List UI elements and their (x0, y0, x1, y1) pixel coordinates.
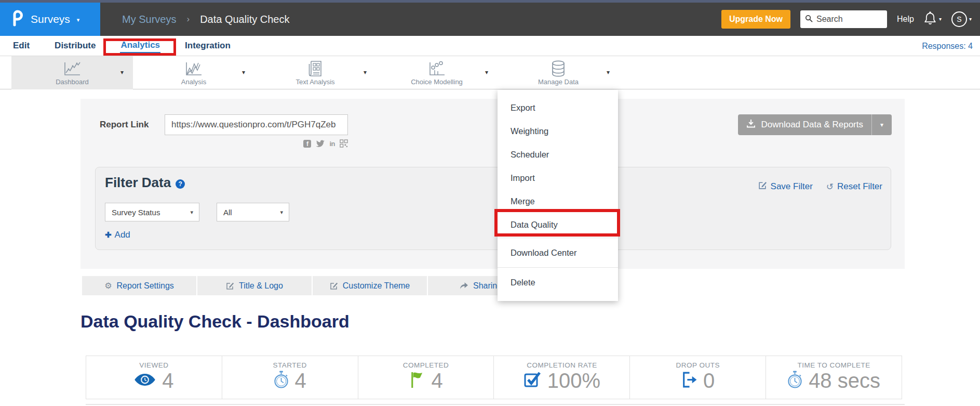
help-icon[interactable]: ? (176, 179, 185, 189)
responses-count: Responses: 4 (922, 42, 973, 51)
stat-value: 4 (431, 370, 442, 391)
twitter-icon[interactable] (316, 140, 325, 148)
toolbar-tab-dashboard[interactable]: Dashboard ▾ (11, 56, 133, 89)
linkedin-icon[interactable]: in (329, 140, 335, 148)
toolbar-tab-manage-data[interactable]: Manage Data ▾ (498, 56, 619, 89)
breadcrumb-separator: › (186, 14, 190, 24)
account-menu-button[interactable]: S ▾ (951, 11, 972, 27)
qr-code-icon[interactable] (340, 139, 348, 148)
filter-field-select[interactable]: Survey Status ▾ (105, 203, 199, 221)
toolbar-tab-label: Dashboard (56, 78, 89, 86)
stat-value: 0 (703, 370, 715, 391)
stopwatch-icon (274, 371, 289, 391)
stat-label: TIME TO COMPLETE (797, 361, 870, 369)
chevron-down-icon: ▾ (190, 209, 193, 216)
reset-filter-button[interactable]: ↺ Reset Filter (826, 181, 882, 192)
stopwatch-icon (787, 371, 802, 391)
chevron-down-icon: ▾ (939, 17, 942, 22)
bell-icon (924, 11, 936, 28)
report-link-label: Report Link (100, 120, 149, 130)
menu-item-download-center[interactable]: Download Center (498, 239, 618, 266)
edit-icon (330, 282, 338, 290)
add-filter-label: Add (115, 230, 130, 240)
stat-label: STARTED (273, 361, 307, 369)
toolbar-tab-choice-modelling[interactable]: Choice Modelling ▾ (376, 56, 498, 89)
facebook-icon[interactable]: f (303, 140, 311, 148)
stat-value: 48 secs (809, 370, 880, 391)
search-icon (805, 15, 813, 24)
edit-icon (226, 282, 234, 290)
chevron-down-icon[interactable]: ▾ (485, 69, 488, 76)
plus-icon: ✚ (105, 230, 112, 240)
filter-value-select[interactable]: All ▾ (217, 203, 289, 221)
multi-line-chart-icon (184, 60, 203, 77)
edit-icon (758, 181, 767, 192)
download-options-caret[interactable]: ▾ (872, 121, 892, 128)
chevron-down-icon[interactable]: ▾ (607, 69, 610, 76)
tab-analytics[interactable]: Analytics (120, 38, 160, 53)
manage-data-dropdown: Export Weighting Scheduler Import Merge … (498, 90, 618, 301)
product-name: Surveys (31, 13, 70, 25)
stat-value: 100% (547, 370, 600, 391)
report-panel: Report Link f in Download Data & Reports… (80, 99, 905, 269)
gear-icon: ⚙ (104, 281, 112, 291)
customize-theme-button[interactable]: Customize Theme (313, 276, 427, 295)
chevron-down-icon[interactable]: ▾ (242, 69, 245, 76)
notifications-button[interactable]: ▾ (924, 11, 942, 28)
product-switcher[interactable]: Surveys ▾ (0, 3, 100, 36)
reset-filter-label: Reset Filter (837, 181, 882, 192)
filter-data-title: Filter Data (105, 175, 171, 191)
report-settings-bar: ⚙ Report Settings Title & Logo Customize… (82, 276, 542, 295)
upgrade-now-button[interactable]: Upgrade Now (721, 10, 790, 29)
save-filter-button[interactable]: Save Filter (758, 181, 813, 192)
menu-item-export[interactable]: Export (498, 96, 618, 120)
download-button-label: Download Data & Reports (761, 120, 863, 130)
page-title: Data Quality Check - Dashboard (80, 311, 350, 332)
tab-distribute[interactable]: Distribute (54, 39, 96, 53)
menu-divider (498, 267, 618, 268)
download-data-reports-button[interactable]: Download Data & Reports ▾ (738, 114, 892, 135)
survey-stats-row: VIEWED 4 STARTED 4 COMPLETED 4 COMPLETIO… (86, 356, 902, 399)
toolbar-tab-text-analysis[interactable]: Text Analysis ▾ (254, 56, 376, 89)
search-input[interactable] (816, 15, 879, 24)
breadcrumb-my-surveys[interactable]: My Surveys (122, 14, 176, 25)
chevron-down-icon: ▾ (280, 209, 283, 216)
menu-item-weighting[interactable]: Weighting (498, 120, 618, 143)
questionpro-logo-icon (10, 10, 24, 29)
toolbar-tab-label: Analysis (181, 78, 206, 86)
next-section-edge (86, 404, 905, 405)
customize-theme-label: Customize Theme (343, 281, 410, 291)
stat-drop-outs: DROP OUTS 0 (629, 356, 766, 399)
share-icons-row: f in (165, 139, 348, 148)
flag-icon (409, 371, 425, 391)
help-link[interactable]: Help (897, 15, 914, 24)
menu-item-data-quality[interactable]: Data Quality (498, 213, 618, 237)
chevron-down-icon[interactable]: ▾ (364, 69, 367, 76)
title-logo-button[interactable]: Title & Logo (197, 276, 312, 295)
chevron-down-icon[interactable]: ▾ (120, 69, 124, 76)
menu-divider (498, 238, 618, 238)
toolbar-tab-analysis[interactable]: Analysis ▾ (133, 56, 254, 89)
filter-value-value: All (223, 208, 232, 217)
stat-label: COMPLETION RATE (527, 361, 597, 369)
add-filter-button[interactable]: ✚ Add (105, 230, 130, 240)
stat-time-to-complete: TIME TO COMPLETE 48 secs (766, 356, 902, 399)
avatar: S (951, 11, 967, 27)
breadcrumb: My Surveys › Data Quality Check (122, 3, 289, 36)
stat-label: DROP OUTS (676, 361, 720, 369)
report-link-input[interactable] (165, 114, 348, 135)
menu-item-scheduler[interactable]: Scheduler (498, 143, 618, 166)
report-settings-button[interactable]: ⚙ Report Settings (82, 276, 196, 295)
menu-item-import[interactable]: Import (498, 166, 618, 190)
stat-completed: COMPLETED 4 (358, 356, 494, 399)
title-logo-label: Title & Logo (239, 281, 283, 291)
menu-item-merge[interactable]: Merge (498, 190, 618, 213)
tab-integration[interactable]: Integration (184, 39, 231, 53)
bubble-chart-icon (428, 60, 446, 77)
toolbar-tab-label: Manage Data (538, 78, 579, 86)
menu-item-delete[interactable]: Delete (498, 269, 618, 296)
stat-value: 4 (295, 370, 306, 391)
database-icon (549, 60, 567, 77)
search-box (800, 10, 887, 28)
tab-edit[interactable]: Edit (12, 39, 30, 53)
